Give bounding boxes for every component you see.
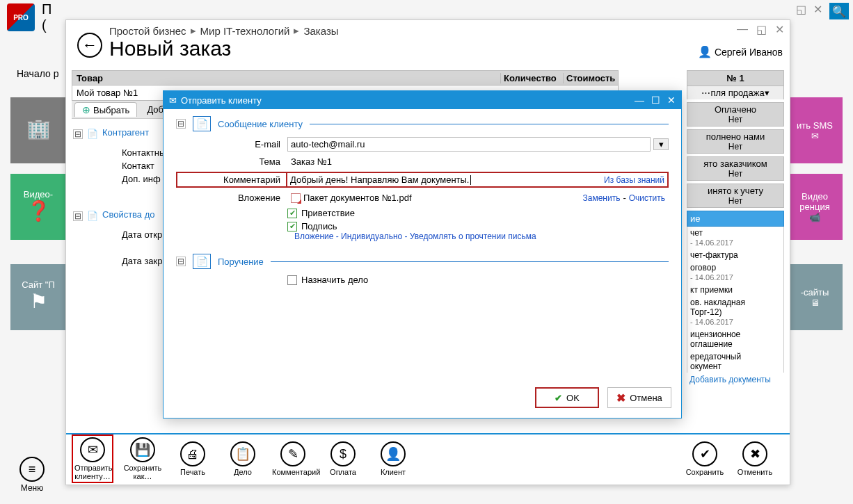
doc-selected[interactable]: ие	[687, 211, 784, 227]
section-counterparty: Контрагент	[102, 127, 149, 138]
collapse-icon[interactable]: ⊟	[176, 257, 186, 266]
subject-field[interactable]: Заказ №1	[287, 154, 669, 169]
document-edit-icon: 📄	[193, 254, 211, 269]
right-status-panel: № 1 ⋯пля продажа▾ ОплаченоНет полнено на…	[687, 70, 784, 387]
bottom-toolbar: ✉Отправить клиенту… 💾Сохранить как… 🖨Печ…	[66, 436, 790, 482]
comment-button[interactable]: ✎Комментарий	[272, 441, 314, 476]
send-to-client-modal: ✉ Отправить клиенту — ☐ ✕ ⊟ 📄 Сообщение …	[163, 90, 682, 418]
tab-select[interactable]: ⊕Выбрать	[74, 102, 137, 117]
section-task: Поручение	[218, 257, 264, 267]
knowledge-base-link[interactable]: Из базы знаний	[604, 175, 664, 185]
status-accounted[interactable]: инято к учетуНет	[687, 184, 784, 208]
doc-list-item[interactable]: ов. накладнаяТорг-12)- 14.06.2017	[687, 296, 784, 328]
tile-video-right[interactable]: Видео ренция📹	[787, 174, 843, 240]
crumb-2[interactable]: Мир IT-технологий	[200, 25, 290, 37]
attachment-label: Вложение	[176, 193, 287, 203]
back-button[interactable]: ←	[77, 33, 102, 58]
user-name[interactable]: Сергей Иванов	[715, 47, 783, 58]
doc-list-item[interactable]: кт приемки	[687, 284, 784, 296]
order-type-dropdown[interactable]: ⋯пля продажа▾	[687, 86, 784, 99]
save-button[interactable]: ✔Сохранить	[684, 441, 726, 476]
attachment-field[interactable]: Пакет документов №1.pdf Заменить - Очист…	[287, 190, 669, 205]
doc-list-item[interactable]: ередаточныйокумент	[687, 350, 784, 373]
tile-site[interactable]: Сайт "П⚑	[10, 264, 66, 330]
comment-label: Комментарий	[176, 172, 286, 188]
status-paid[interactable]: ОплаченоНет	[687, 102, 784, 127]
comment-field[interactable]: Добрый день! Направляю Вам документы. Из…	[286, 172, 669, 188]
restore-icon[interactable]: ◱	[796, 3, 806, 19]
modal-minimize-icon[interactable]: —	[635, 95, 644, 106]
crumb-1[interactable]: Простой бизнес	[109, 25, 186, 37]
modal-maximize-icon[interactable]: ☐	[651, 95, 660, 106]
clear-link[interactable]: Очистить	[629, 193, 665, 203]
client-button[interactable]: 👤Клиент	[372, 441, 414, 476]
section-message: Сообщение клиенту	[218, 119, 303, 129]
doc-list-item[interactable]: ицензионноеоглашение	[687, 328, 784, 350]
modal-close-icon[interactable]: ✕	[667, 95, 676, 106]
document-edit-icon: 📄	[193, 116, 211, 131]
doc-list-item[interactable]: чет- 14.06.2017	[687, 227, 784, 249]
start-label: Начало р	[17, 68, 58, 79]
tile-sites-right[interactable]: -сайты🖥	[787, 264, 843, 330]
separator	[66, 433, 790, 434]
document-edit-icon: 📄	[87, 211, 98, 221]
pdf-icon	[291, 193, 301, 203]
assign-task-checkbox[interactable]: ✔Назначить дело	[287, 275, 669, 285]
collapse-icon[interactable]: ⊟	[73, 211, 83, 221]
email-field[interactable]: auto-tech@mail.ru	[287, 137, 651, 152]
user-icon: 👤	[698, 45, 712, 58]
task-button[interactable]: 📋Дело	[222, 441, 264, 476]
window-restore-icon[interactable]: ◱	[756, 23, 767, 36]
extra-links[interactable]: Вложение - Индивидуально - Уведомлять о …	[294, 231, 669, 241]
section-props: Свойства до	[102, 209, 155, 220]
cancel-button[interactable]: ✖Отменить	[734, 441, 776, 476]
crumb-3[interactable]: Заказы	[303, 25, 338, 37]
status-done[interactable]: полнено намиНет	[687, 129, 784, 154]
tile-sms[interactable]: ить SMS✉	[787, 97, 843, 163]
tile-videoconf[interactable]: Видео-❓	[10, 174, 66, 240]
search-icon[interactable]: 🔍	[829, 3, 849, 19]
status-accepted[interactable]: ято заказчикомНет	[687, 156, 784, 181]
breadcrumb: Простой бизнес▸ Мир IT-технологий▸ Заказ…	[109, 24, 339, 37]
main-menu-button[interactable]: ≡ Меню	[19, 457, 45, 493]
cancel-button[interactable]: ✖Отмена	[607, 387, 671, 408]
send-to-client-button[interactable]: ✉Отправить клиенту…	[72, 434, 113, 483]
order-number: № 1	[687, 70, 784, 86]
replace-link[interactable]: Заменить	[582, 193, 620, 203]
mail-icon: ✉	[169, 95, 177, 106]
print-button[interactable]: 🖨Печать	[172, 441, 214, 476]
modal-title-bar[interactable]: ✉ Отправить клиенту — ☐ ✕	[164, 91, 681, 109]
app-title-fragment: П(	[42, 1, 51, 33]
page-title: Новый заказ	[109, 37, 231, 60]
email-label: E-mail	[176, 139, 287, 149]
grid-header: Товар Количество Стоимость	[72, 70, 619, 86]
collapse-icon[interactable]: ⊟	[176, 119, 186, 129]
close-icon[interactable]: ✕	[813, 3, 822, 19]
window-minimize-icon[interactable]: —	[737, 23, 748, 36]
app-logo: PRO	[7, 3, 35, 31]
tile-company[interactable]: 🏢	[10, 97, 66, 163]
ok-button[interactable]: ✔OK	[535, 387, 599, 408]
add-documents-link[interactable]: Добавить документы	[687, 373, 784, 387]
signature-checkbox[interactable]: ✔Подпись	[287, 221, 669, 231]
doc-list-item[interactable]: чет-фактура	[687, 249, 784, 261]
window-close-icon[interactable]: ✕	[775, 23, 784, 36]
greeting-checkbox[interactable]: ✔Приветствие	[287, 208, 669, 218]
doc-list-item[interactable]: оговор- 14.06.2017	[687, 261, 784, 284]
email-dropdown-icon[interactable]: ▾	[653, 138, 669, 150]
save-as-button[interactable]: 💾Сохранить как…	[122, 437, 164, 480]
payment-button[interactable]: $Оплата	[322, 441, 364, 476]
document-edit-icon: 📄	[87, 129, 98, 139]
collapse-icon[interactable]: ⊟	[73, 129, 83, 139]
subject-label: Тема	[176, 156, 287, 167]
